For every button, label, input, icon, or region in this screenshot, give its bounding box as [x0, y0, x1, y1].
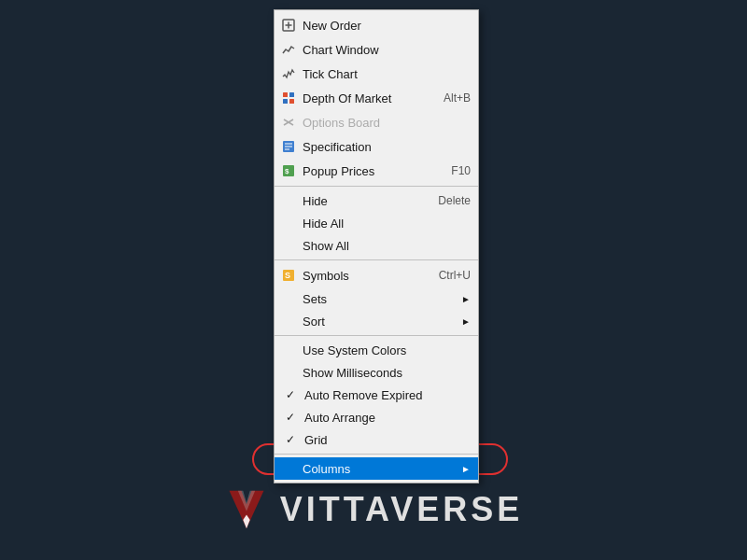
menu-label-depth-of-market: Depth Of Market [303, 91, 425, 105]
svg-rect-6 [289, 99, 294, 104]
chart-window-icon [280, 41, 297, 58]
menu-item-popup-prices[interactable]: $ Popup Prices F10 [275, 159, 478, 183]
depth-of-market-icon [280, 90, 297, 106]
menu-item-depth-of-market[interactable]: Depth Of Market Alt+B [275, 86, 478, 110]
menu-label-sets: Sets [303, 292, 461, 306]
logo-icon [224, 487, 269, 532]
shortcut-popup-prices: F10 [451, 164, 471, 177]
menu-item-tick-chart[interactable]: Tick Chart [275, 62, 478, 86]
menu-label-symbols: Symbols [303, 269, 420, 283]
menu-label-options-board: Options Board [303, 116, 471, 130]
menu-label-hide: Hide [303, 194, 419, 208]
menu-item-hide[interactable]: Hide Delete [275, 189, 478, 212]
menu-label-auto-remove-expired: Auto Remove Expired [304, 388, 471, 402]
columns-arrow: ► [461, 464, 471, 474]
logo-area: VITTAVERSE [0, 487, 747, 532]
separator-3 [275, 335, 478, 336]
check-auto-arrange: ✓ [282, 411, 299, 424]
menu-item-grid[interactable]: ✓ Grid [275, 428, 478, 451]
shortcut-depth-of-market: Alt+B [444, 91, 471, 105]
menu-label-tick-chart: Tick Chart [303, 67, 471, 81]
svg-text:$: $ [285, 167, 289, 175]
menu-item-auto-arrange[interactable]: ✓ Auto Arrange [275, 406, 478, 428]
menu-label-show-milliseconds: Show Milliseconds [303, 366, 471, 380]
check-auto-remove-expired: ✓ [282, 388, 299, 401]
menu-label-auto-arrange: Auto Arrange [304, 411, 471, 425]
menu-item-show-milliseconds[interactable]: Show Milliseconds [275, 361, 478, 384]
menu-item-options-board: Options Board [275, 110, 478, 134]
svg-rect-5 [283, 99, 288, 104]
menu-label-hide-all: Hide All [303, 217, 471, 231]
shortcut-hide: Delete [438, 194, 471, 207]
menu-item-sort[interactable]: Sort ► [275, 310, 478, 332]
logo-text: VITTAVERSE [280, 490, 524, 529]
menu-item-symbols[interactable]: S Symbols Ctrl+U [275, 263, 478, 287]
menu-item-hide-all[interactable]: Hide All [275, 212, 478, 234]
specification-icon [280, 138, 297, 155]
menu-label-specification: Specification [303, 140, 471, 154]
menu-item-show-all[interactable]: Show All [275, 234, 478, 257]
svg-rect-3 [283, 92, 288, 97]
separator-2 [275, 259, 478, 260]
symbols-icon: S [280, 267, 297, 284]
separator-1 [275, 186, 478, 187]
sets-arrow: ► [461, 294, 471, 304]
menu-item-sets[interactable]: Sets ► [275, 287, 478, 310]
options-board-icon [280, 114, 297, 131]
sort-arrow: ► [461, 316, 471, 327]
svg-rect-4 [289, 92, 294, 97]
menu-item-columns[interactable]: Columns ► [275, 457, 478, 480]
svg-text:S: S [285, 271, 290, 280]
menu-label-grid: Grid [304, 433, 471, 447]
check-grid: ✓ [282, 433, 299, 446]
menu-label-sort: Sort [303, 315, 461, 329]
menu-item-use-system-colors[interactable]: Use System Colors [275, 339, 478, 361]
menu-label-columns: Columns [303, 462, 461, 476]
popup-prices-icon: $ [280, 162, 297, 179]
menu-label-use-system-colors: Use System Colors [303, 343, 471, 357]
menu-label-new-order: New Order [303, 19, 471, 33]
new-order-icon [280, 17, 297, 34]
menu-label-chart-window: Chart Window [303, 43, 471, 57]
tick-chart-icon [280, 65, 297, 82]
menu-item-new-order[interactable]: New Order [275, 13, 478, 37]
menu-item-specification[interactable]: Specification [275, 134, 478, 159]
menu-label-popup-prices: Popup Prices [303, 164, 432, 178]
separator-4 [275, 454, 478, 455]
shortcut-symbols: Ctrl+U [439, 269, 471, 282]
menu-item-chart-window[interactable]: Chart Window [275, 37, 478, 62]
context-menu: New Order Chart Window Tick Chart [274, 9, 479, 483]
menu-item-auto-remove-expired[interactable]: ✓ Auto Remove Expired [275, 384, 478, 406]
menu-label-show-all: Show All [303, 239, 471, 253]
